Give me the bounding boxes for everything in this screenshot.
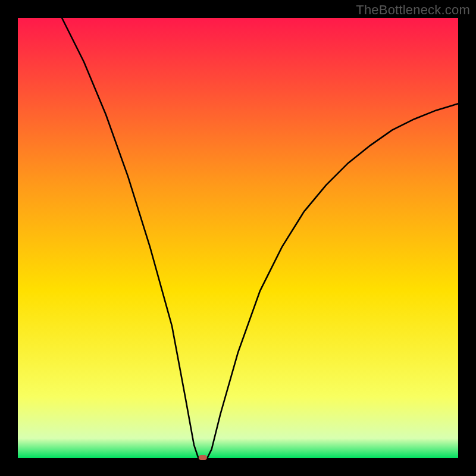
- bottleneck-chart: [0, 0, 476, 476]
- plot-background: [18, 18, 458, 458]
- chart-frame: TheBottleneck.com: [0, 0, 476, 476]
- watermark-text: TheBottleneck.com: [356, 2, 470, 18]
- optimum-marker: [199, 455, 207, 460]
